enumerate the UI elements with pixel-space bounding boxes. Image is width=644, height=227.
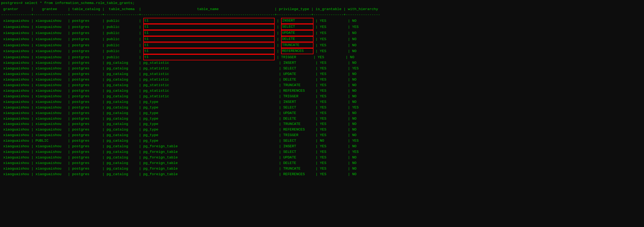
terminal: postgres=# select * from information_sch… bbox=[0, 0, 644, 177]
table-row: xiaoguaishou | xiaoguaishou | postgres |… bbox=[0, 42, 644, 48]
highlighted-table-cell: t1 bbox=[143, 48, 275, 54]
highlighted-privilege-cell: INSERT bbox=[281, 18, 313, 24]
table-row: xiaoguaishou | xiaoguaishou | postgres |… bbox=[0, 83, 644, 88]
table-row: xiaoguaishou | PUBLIC | postgres | pg_ca… bbox=[0, 138, 644, 144]
table-row: xiaoguaishou | xiaoguaishou | postgres |… bbox=[0, 166, 644, 172]
highlighted-privilege-cell: REFERENCES bbox=[281, 48, 313, 54]
highlighted-table-cell: t1 bbox=[143, 18, 275, 24]
table-row: xiaoguaishou | xiaoguaishou | postgres |… bbox=[0, 149, 644, 155]
table-row: xiaoguaishou | xiaoguaishou | postgres |… bbox=[0, 36, 644, 42]
table-row: xiaoguaishou | xiaoguaishou | postgres |… bbox=[0, 133, 644, 138]
highlighted-table-cell: t1 bbox=[143, 36, 275, 42]
highlighted-table-cell: t1 bbox=[143, 54, 275, 60]
highlighted-privilege-cell: TRUNCATE bbox=[281, 42, 313, 48]
table-row: xiaoguaishou | xiaoguaishou | postgres |… bbox=[0, 121, 644, 127]
table-row: xiaoguaishou | xiaoguaishou | postgres |… bbox=[0, 116, 644, 122]
table-row: xiaoguaishou | xiaoguaishou | postgres |… bbox=[0, 54, 644, 60]
table-row: xiaoguaishou | xiaoguaishou | postgres |… bbox=[0, 172, 644, 177]
highlighted-table-cell: t1 bbox=[143, 42, 275, 48]
table-row: xiaoguaishou | xiaoguaishou | postgres |… bbox=[0, 155, 644, 161]
table-row: xiaoguaishou | xiaoguaishou | postgres |… bbox=[0, 88, 644, 94]
table-row: xiaoguaishou | xiaoguaishou | postgres |… bbox=[0, 99, 644, 105]
table-row: xiaoguaishou | xiaoguaishou | postgres |… bbox=[0, 66, 644, 72]
header-row: grantor | grantee | table_catalog | tabl… bbox=[0, 7, 644, 12]
table-row: xiaoguaishou | xiaoguaishou | postgres |… bbox=[0, 161, 644, 166]
separator-row: --------------+----------------+--------… bbox=[0, 12, 644, 18]
table-row: xiaoguaishou | xiaoguaishou | postgres |… bbox=[0, 105, 644, 111]
command-line: postgres=# select * from information_sch… bbox=[0, 0, 644, 7]
highlighted-privilege-cell: UPDATE bbox=[281, 30, 313, 36]
highlighted-table-cell: t1 bbox=[143, 24, 275, 30]
table-row: xiaoguaishou | xiaoguaishou | postgres |… bbox=[0, 18, 644, 24]
table-row: xiaoguaishou | xiaoguaishou | postgres |… bbox=[0, 111, 644, 116]
table-row: xiaoguaishou | xiaoguaishou | postgres |… bbox=[0, 144, 644, 149]
highlighted-privilege-cell: SELECT bbox=[281, 24, 313, 30]
table-row: xiaoguaishou | xiaoguaishou | postgres |… bbox=[0, 48, 644, 54]
highlighted-privilege-cell: DELETE bbox=[281, 36, 313, 42]
highlighted-table-cell: t1 bbox=[143, 30, 275, 36]
table-body: xiaoguaishou | xiaoguaishou | postgres |… bbox=[0, 18, 644, 177]
table-row: xiaoguaishou | xiaoguaishou | postgres |… bbox=[0, 30, 644, 36]
table-row: xiaoguaishou | xiaoguaishou | postgres |… bbox=[0, 94, 644, 99]
table-row: xiaoguaishou | xiaoguaishou | postgres |… bbox=[0, 60, 644, 66]
table-row: xiaoguaishou | xiaoguaishou | postgres |… bbox=[0, 72, 644, 77]
table-row: xiaoguaishou | xiaoguaishou | postgres |… bbox=[0, 24, 644, 30]
table-row: xiaoguaishou | xiaoguaishou | postgres |… bbox=[0, 77, 644, 83]
table-row: xiaoguaishou | xiaoguaishou | postgres |… bbox=[0, 127, 644, 133]
